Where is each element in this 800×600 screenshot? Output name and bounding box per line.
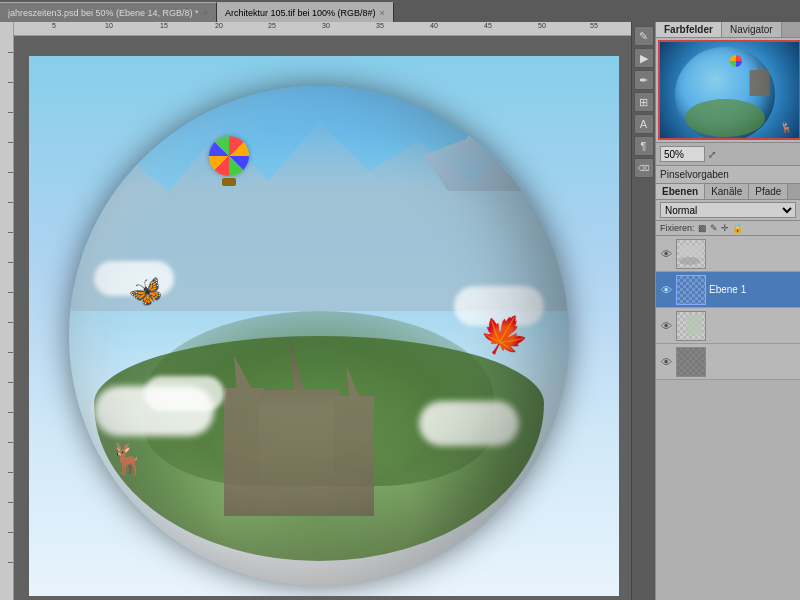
layer-visibility-eye-active[interactable]: 👁: [659, 283, 673, 297]
canvas-section: 5 10 15 20 25 30 35 40 45 50 55: [0, 22, 631, 600]
ruler-tick: [8, 172, 13, 173]
layer-thumbnail-3: [676, 311, 706, 341]
canvas-image: 🦋 🍁 🦌: [29, 56, 619, 596]
zoom-row: ⤢: [656, 143, 800, 166]
layer-row[interactable]: 👁: [656, 236, 800, 272]
zoom-input[interactable]: [660, 146, 705, 162]
layers-panel: Ebenen Kanäle Pfade Normal Fixieren: ▩ ✎…: [656, 184, 800, 600]
nav-mini-planet: [675, 47, 775, 140]
ruler-label: 5: [52, 22, 56, 29]
ruler-label: 45: [484, 22, 492, 29]
layer-thumbnail: [676, 239, 706, 269]
nav-panel-tabs: Farbfelder Navigator: [656, 22, 800, 38]
lock-image-icon[interactable]: ✎: [710, 223, 718, 233]
ruler-tick: [8, 382, 13, 383]
lock-label: Fixieren:: [660, 223, 695, 233]
tab-bar: jahreszeiten3.psd bei 50% (Ebene 14, RGB…: [0, 0, 800, 22]
ruler-tick: [8, 52, 13, 53]
layer-visibility-eye-3[interactable]: 👁: [659, 319, 673, 333]
canvas-viewport[interactable]: 🦋 🍁 🦌: [14, 36, 631, 600]
tab-ebenen[interactable]: Ebenen: [656, 184, 705, 199]
lock-transparent-icon[interactable]: ▩: [698, 223, 707, 233]
tab-navigator[interactable]: Navigator: [722, 22, 782, 37]
ruler-tick: [8, 322, 13, 323]
lock-move-icon[interactable]: ✛: [721, 223, 729, 233]
ruler-label: 30: [322, 22, 330, 29]
thumb-content2: [679, 257, 700, 265]
ruler-tick: [8, 232, 13, 233]
ruler-tick: [8, 142, 13, 143]
tab-kanaele[interactable]: Kanäle: [705, 184, 749, 199]
tab-architektur-label: Architektur 105.tif bei 100% (RGB/8#): [225, 8, 376, 18]
tab-jahreszeiten[interactable]: jahreszeiten3.psd bei 50% (Ebene 14, RGB…: [0, 2, 217, 22]
layer-thumbnail-4: [676, 347, 706, 377]
main-area: 5 10 15 20 25 30 35 40 45 50 55: [0, 22, 800, 600]
tab-architektur[interactable]: Architektur 105.tif bei 100% (RGB/8#) ×: [217, 2, 394, 22]
nav-mini-balloon-body: [730, 55, 742, 67]
tab-jahreszeiten-label: jahreszeiten3.psd bei 50% (Ebene 14, RGB…: [8, 8, 199, 18]
ruler-tick: [8, 442, 13, 443]
nav-farbfelder-panel: Farbfelder Navigator 🦌: [656, 22, 800, 143]
zoom-reset-icon[interactable]: ⤢: [708, 149, 716, 160]
ruler-tick: [8, 562, 13, 563]
layer-row-active[interactable]: 👁 Ebene 1: [656, 272, 800, 308]
layers-tabs: Ebenen Kanäle Pfade: [656, 184, 800, 200]
canvas-with-h-ruler: 5 10 15 20 25 30 35 40 45 50 55: [14, 22, 631, 600]
layers-list: 👁 👁 Ebene 1: [656, 236, 800, 600]
layer-row-4[interactable]: 👁: [656, 344, 800, 380]
right-panel: Farbfelder Navigator 🦌: [655, 22, 800, 600]
nav-mini-ground: [685, 99, 765, 137]
pen-tool-btn[interactable]: ✒: [634, 70, 654, 90]
ruler-tick: [8, 262, 13, 263]
planet-globe: 🦋 🍁 🦌: [69, 86, 569, 586]
ruler-tick: [8, 202, 13, 203]
ruler-label: 25: [268, 22, 276, 29]
ruler-label: 20: [215, 22, 223, 29]
nav-mini-balloon: [730, 55, 742, 70]
blend-mode-select[interactable]: Normal: [660, 202, 796, 218]
ruler-label: 10: [105, 22, 113, 29]
brush-tool-btn[interactable]: ✎: [634, 26, 654, 46]
thumb-img-dark: [677, 348, 705, 376]
thumb-content: [679, 245, 703, 257]
tools-strip: ✎ ▶ ✒ ⊞ A ¶ ⌫: [631, 22, 655, 600]
play-tool-btn[interactable]: ▶: [634, 48, 654, 68]
ruler-label: 40: [430, 22, 438, 29]
nav-mini-animal: 🦌: [780, 122, 792, 133]
layer-visibility-eye-4[interactable]: 👁: [659, 355, 673, 369]
ruler-horizontal: 5 10 15 20 25 30 35 40 45 50 55: [14, 22, 631, 36]
nav-preview-content: 🦌: [660, 42, 799, 138]
brush-presets-row[interactable]: Pinselvorgaben: [656, 166, 800, 184]
layer-blend-row: Normal: [656, 200, 800, 221]
ruler-tick: [8, 502, 13, 503]
nav-mini-castle: [747, 61, 772, 96]
globe-shading: [69, 86, 569, 586]
ruler-label: 35: [376, 22, 384, 29]
eraser-tool-btn[interactable]: ⌫: [634, 158, 654, 178]
thumb-content-3: [687, 315, 702, 335]
layer-visibility-eye[interactable]: 👁: [659, 247, 673, 261]
layer-row-3[interactable]: 👁: [656, 308, 800, 344]
ruler-label: 55: [590, 22, 598, 29]
ruler-label: 15: [160, 22, 168, 29]
ruler-tick: [8, 112, 13, 113]
layer-thumbnail-active: [676, 275, 706, 305]
tab-farbfelder[interactable]: Farbfelder: [656, 22, 722, 37]
ruler-tick: [8, 412, 13, 413]
navigator-preview[interactable]: 🦌: [658, 40, 800, 140]
text-tool-btn[interactable]: A: [634, 114, 654, 134]
lock-all-icon[interactable]: 🔒: [732, 223, 743, 233]
tab-architektur-close[interactable]: ×: [379, 8, 384, 18]
layer-lock-row: Fixieren: ▩ ✎ ✛ 🔒: [656, 221, 800, 236]
ruler-vertical: [0, 22, 14, 600]
paragraph-tool-btn[interactable]: ¶: [634, 136, 654, 156]
stamp-tool-btn[interactable]: ⊞: [634, 92, 654, 112]
ruler-tick: [8, 472, 13, 473]
thumb-img-blue: [677, 276, 705, 304]
ruler-tick: [8, 532, 13, 533]
layer-name-ebene1: Ebene 1: [709, 284, 797, 295]
ruler-label: 50: [538, 22, 546, 29]
ruler-tick: [8, 82, 13, 83]
tab-pfade[interactable]: Pfade: [749, 184, 788, 199]
tab-jahreszeiten-close[interactable]: ×: [203, 8, 208, 18]
